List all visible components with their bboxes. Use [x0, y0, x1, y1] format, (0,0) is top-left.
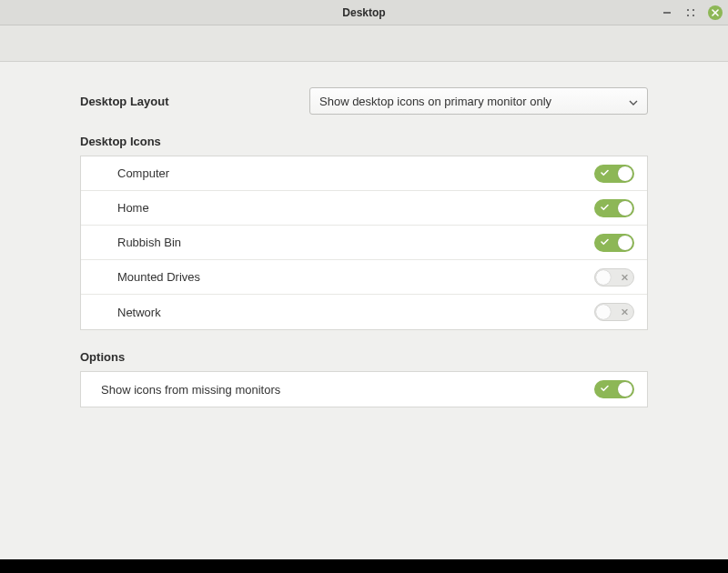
list-row: Computer: [81, 156, 647, 191]
window-controls: [661, 0, 723, 25]
list-row: Home: [81, 191, 647, 226]
toggle-knob: [596, 270, 611, 285]
svg-point-1: [687, 9, 689, 11]
toggle-rubbish-bin[interactable]: [594, 234, 634, 252]
desktop-layout-row: Desktop Layout Show desktop icons on pri…: [80, 87, 648, 115]
row-label: Show icons from missing monitors: [101, 383, 280, 397]
toggle-knob: [618, 166, 632, 181]
chevron-down-icon: [629, 95, 638, 108]
toggle-knob: [618, 236, 632, 250]
toggle-computer[interactable]: [594, 165, 634, 183]
toggle-knob: [596, 305, 611, 319]
row-label: Mounted Drives: [117, 270, 200, 284]
content: Desktop Layout Show desktop icons on pri…: [0, 62, 728, 559]
toggle-mounted-drives[interactable]: [594, 268, 634, 286]
toolbar: [0, 25, 728, 62]
x-icon: [622, 307, 628, 317]
toggle-knob: [618, 201, 632, 216]
toggle-knob: [618, 382, 632, 397]
check-icon: [601, 385, 609, 395]
row-label: Home: [117, 201, 149, 215]
desktop-layout-label: Desktop Layout: [80, 95, 280, 108]
toggle-network[interactable]: [594, 303, 634, 321]
svg-point-2: [693, 9, 694, 11]
row-label: Rubbish Bin: [117, 236, 181, 249]
check-icon: [601, 237, 609, 247]
list-row: Show icons from missing monitors: [81, 372, 647, 407]
list-row: Network: [81, 295, 647, 329]
row-label: Network: [117, 306, 161, 319]
options-list: Show icons from missing monitors: [80, 371, 648, 407]
section-options: Options: [80, 350, 648, 364]
list-row: Rubbish Bin: [81, 226, 647, 260]
window-title: Desktop: [342, 6, 385, 19]
svg-point-3: [687, 15, 689, 16]
window: Desktop Deskto: [0, 0, 728, 559]
x-icon: [622, 272, 628, 282]
row-label: Computer: [117, 166, 169, 180]
titlebar: Desktop: [0, 0, 728, 25]
section-desktop-icons: Desktop Icons: [80, 135, 648, 148]
check-icon: [601, 203, 609, 213]
list-row: Mounted Drives: [81, 260, 647, 295]
minimize-button[interactable]: [661, 6, 673, 19]
desktop-layout-combobox[interactable]: Show desktop icons on primary monitor on…: [309, 87, 648, 115]
maximize-button[interactable]: [684, 6, 697, 19]
desktop-layout-selected: Show desktop icons on primary monitor on…: [319, 95, 551, 108]
svg-point-4: [693, 15, 694, 16]
toggle-home[interactable]: [594, 199, 634, 217]
desktop-icons-list: ComputerHomeRubbish BinMounted DrivesNet…: [80, 156, 648, 330]
close-button[interactable]: [708, 5, 723, 20]
check-icon: [601, 168, 609, 178]
toggle-show-icons-from-missing-monitors[interactable]: [594, 380, 634, 398]
